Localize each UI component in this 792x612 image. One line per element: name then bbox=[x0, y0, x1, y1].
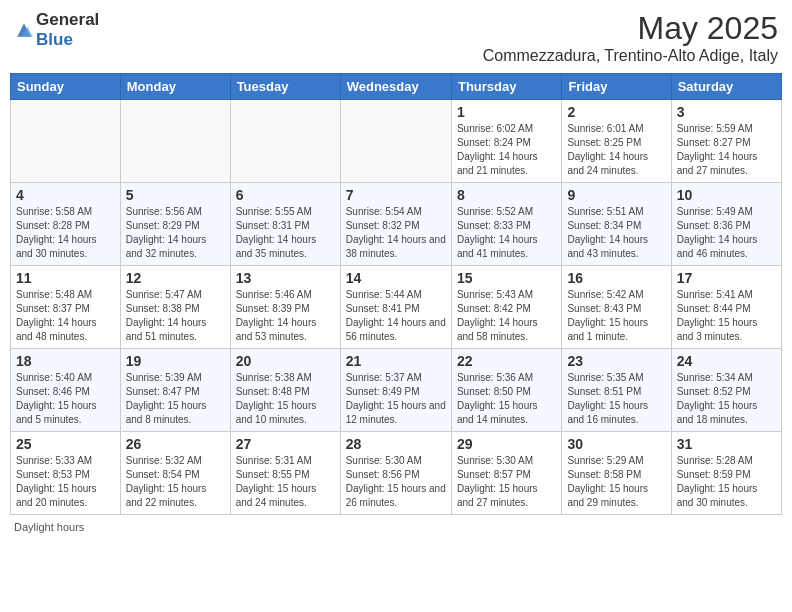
day-number: 19 bbox=[126, 353, 225, 369]
calendar-cell: 25Sunrise: 5:33 AM Sunset: 8:53 PM Dayli… bbox=[11, 432, 121, 515]
calendar-cell: 22Sunrise: 5:36 AM Sunset: 8:50 PM Dayli… bbox=[451, 349, 561, 432]
page-header: General Blue May 2025 Commezzadura, Tren… bbox=[10, 10, 782, 65]
calendar-cell: 2Sunrise: 6:01 AM Sunset: 8:25 PM Daylig… bbox=[562, 100, 671, 183]
day-info: Sunrise: 5:34 AM Sunset: 8:52 PM Dayligh… bbox=[677, 371, 776, 427]
day-info: Sunrise: 5:42 AM Sunset: 8:43 PM Dayligh… bbox=[567, 288, 665, 344]
day-number: 23 bbox=[567, 353, 665, 369]
calendar-cell: 30Sunrise: 5:29 AM Sunset: 8:58 PM Dayli… bbox=[562, 432, 671, 515]
day-number: 6 bbox=[236, 187, 335, 203]
calendar-cell: 17Sunrise: 5:41 AM Sunset: 8:44 PM Dayli… bbox=[671, 266, 781, 349]
day-number: 22 bbox=[457, 353, 556, 369]
day-info: Sunrise: 6:02 AM Sunset: 8:24 PM Dayligh… bbox=[457, 122, 556, 178]
day-number: 16 bbox=[567, 270, 665, 286]
day-number: 4 bbox=[16, 187, 115, 203]
logo-general: General bbox=[36, 10, 99, 29]
calendar-day-header: Friday bbox=[562, 74, 671, 100]
day-info: Sunrise: 5:36 AM Sunset: 8:50 PM Dayligh… bbox=[457, 371, 556, 427]
day-number: 18 bbox=[16, 353, 115, 369]
day-number: 20 bbox=[236, 353, 335, 369]
day-info: Sunrise: 5:52 AM Sunset: 8:33 PM Dayligh… bbox=[457, 205, 556, 261]
day-info: Sunrise: 5:30 AM Sunset: 8:57 PM Dayligh… bbox=[457, 454, 556, 510]
location: Commezzadura, Trentino-Alto Adige, Italy bbox=[483, 47, 778, 65]
calendar-cell: 19Sunrise: 5:39 AM Sunset: 8:47 PM Dayli… bbox=[120, 349, 230, 432]
calendar-cell: 3Sunrise: 5:59 AM Sunset: 8:27 PM Daylig… bbox=[671, 100, 781, 183]
day-info: Sunrise: 5:51 AM Sunset: 8:34 PM Dayligh… bbox=[567, 205, 665, 261]
day-number: 24 bbox=[677, 353, 776, 369]
day-info: Sunrise: 5:55 AM Sunset: 8:31 PM Dayligh… bbox=[236, 205, 335, 261]
calendar-cell: 14Sunrise: 5:44 AM Sunset: 8:41 PM Dayli… bbox=[340, 266, 451, 349]
calendar-day-header: Wednesday bbox=[340, 74, 451, 100]
calendar-cell: 5Sunrise: 5:56 AM Sunset: 8:29 PM Daylig… bbox=[120, 183, 230, 266]
footer: Daylight hours bbox=[10, 521, 782, 533]
calendar-day-header: Thursday bbox=[451, 74, 561, 100]
calendar-cell: 29Sunrise: 5:30 AM Sunset: 8:57 PM Dayli… bbox=[451, 432, 561, 515]
day-info: Sunrise: 5:33 AM Sunset: 8:53 PM Dayligh… bbox=[16, 454, 115, 510]
day-info: Sunrise: 6:01 AM Sunset: 8:25 PM Dayligh… bbox=[567, 122, 665, 178]
day-number: 12 bbox=[126, 270, 225, 286]
calendar-cell: 20Sunrise: 5:38 AM Sunset: 8:48 PM Dayli… bbox=[230, 349, 340, 432]
calendar-week-row: 18Sunrise: 5:40 AM Sunset: 8:46 PM Dayli… bbox=[11, 349, 782, 432]
day-number: 26 bbox=[126, 436, 225, 452]
calendar-cell: 1Sunrise: 6:02 AM Sunset: 8:24 PM Daylig… bbox=[451, 100, 561, 183]
day-info: Sunrise: 5:37 AM Sunset: 8:49 PM Dayligh… bbox=[346, 371, 446, 427]
day-number: 2 bbox=[567, 104, 665, 120]
calendar-cell: 16Sunrise: 5:42 AM Sunset: 8:43 PM Dayli… bbox=[562, 266, 671, 349]
day-number: 17 bbox=[677, 270, 776, 286]
logo-blue: Blue bbox=[36, 30, 73, 49]
calendar-cell: 12Sunrise: 5:47 AM Sunset: 8:38 PM Dayli… bbox=[120, 266, 230, 349]
calendar-cell: 6Sunrise: 5:55 AM Sunset: 8:31 PM Daylig… bbox=[230, 183, 340, 266]
day-info: Sunrise: 5:32 AM Sunset: 8:54 PM Dayligh… bbox=[126, 454, 225, 510]
day-number: 8 bbox=[457, 187, 556, 203]
day-info: Sunrise: 5:44 AM Sunset: 8:41 PM Dayligh… bbox=[346, 288, 446, 344]
day-number: 30 bbox=[567, 436, 665, 452]
day-number: 14 bbox=[346, 270, 446, 286]
calendar-cell: 8Sunrise: 5:52 AM Sunset: 8:33 PM Daylig… bbox=[451, 183, 561, 266]
day-info: Sunrise: 5:38 AM Sunset: 8:48 PM Dayligh… bbox=[236, 371, 335, 427]
daylight-label: Daylight hours bbox=[14, 521, 84, 533]
day-number: 25 bbox=[16, 436, 115, 452]
day-info: Sunrise: 5:59 AM Sunset: 8:27 PM Dayligh… bbox=[677, 122, 776, 178]
day-info: Sunrise: 5:28 AM Sunset: 8:59 PM Dayligh… bbox=[677, 454, 776, 510]
day-info: Sunrise: 5:39 AM Sunset: 8:47 PM Dayligh… bbox=[126, 371, 225, 427]
calendar-week-row: 1Sunrise: 6:02 AM Sunset: 8:24 PM Daylig… bbox=[11, 100, 782, 183]
calendar-week-row: 11Sunrise: 5:48 AM Sunset: 8:37 PM Dayli… bbox=[11, 266, 782, 349]
calendar-cell: 18Sunrise: 5:40 AM Sunset: 8:46 PM Dayli… bbox=[11, 349, 121, 432]
day-number: 13 bbox=[236, 270, 335, 286]
calendar-cell bbox=[11, 100, 121, 183]
logo-icon bbox=[14, 20, 34, 40]
calendar-cell: 21Sunrise: 5:37 AM Sunset: 8:49 PM Dayli… bbox=[340, 349, 451, 432]
day-info: Sunrise: 5:56 AM Sunset: 8:29 PM Dayligh… bbox=[126, 205, 225, 261]
day-info: Sunrise: 5:41 AM Sunset: 8:44 PM Dayligh… bbox=[677, 288, 776, 344]
calendar-cell: 31Sunrise: 5:28 AM Sunset: 8:59 PM Dayli… bbox=[671, 432, 781, 515]
calendar-cell: 26Sunrise: 5:32 AM Sunset: 8:54 PM Dayli… bbox=[120, 432, 230, 515]
calendar-cell: 28Sunrise: 5:30 AM Sunset: 8:56 PM Dayli… bbox=[340, 432, 451, 515]
calendar-cell bbox=[120, 100, 230, 183]
calendar-table: SundayMondayTuesdayWednesdayThursdayFrid… bbox=[10, 73, 782, 515]
day-info: Sunrise: 5:29 AM Sunset: 8:58 PM Dayligh… bbox=[567, 454, 665, 510]
calendar-day-header: Monday bbox=[120, 74, 230, 100]
calendar-cell: 15Sunrise: 5:43 AM Sunset: 8:42 PM Dayli… bbox=[451, 266, 561, 349]
day-number: 3 bbox=[677, 104, 776, 120]
day-number: 31 bbox=[677, 436, 776, 452]
title-block: May 2025 Commezzadura, Trentino-Alto Adi… bbox=[483, 10, 778, 65]
day-number: 28 bbox=[346, 436, 446, 452]
calendar-cell: 24Sunrise: 5:34 AM Sunset: 8:52 PM Dayli… bbox=[671, 349, 781, 432]
day-info: Sunrise: 5:49 AM Sunset: 8:36 PM Dayligh… bbox=[677, 205, 776, 261]
calendar-week-row: 4Sunrise: 5:58 AM Sunset: 8:28 PM Daylig… bbox=[11, 183, 782, 266]
day-number: 10 bbox=[677, 187, 776, 203]
calendar-week-row: 25Sunrise: 5:33 AM Sunset: 8:53 PM Dayli… bbox=[11, 432, 782, 515]
calendar-day-header: Saturday bbox=[671, 74, 781, 100]
day-info: Sunrise: 5:43 AM Sunset: 8:42 PM Dayligh… bbox=[457, 288, 556, 344]
calendar-cell: 11Sunrise: 5:48 AM Sunset: 8:37 PM Dayli… bbox=[11, 266, 121, 349]
calendar-cell: 27Sunrise: 5:31 AM Sunset: 8:55 PM Dayli… bbox=[230, 432, 340, 515]
month-year: May 2025 bbox=[483, 10, 778, 47]
calendar-day-header: Sunday bbox=[11, 74, 121, 100]
calendar-cell bbox=[340, 100, 451, 183]
calendar-day-header: Tuesday bbox=[230, 74, 340, 100]
calendar-cell: 23Sunrise: 5:35 AM Sunset: 8:51 PM Dayli… bbox=[562, 349, 671, 432]
day-number: 27 bbox=[236, 436, 335, 452]
calendar-cell: 4Sunrise: 5:58 AM Sunset: 8:28 PM Daylig… bbox=[11, 183, 121, 266]
day-info: Sunrise: 5:31 AM Sunset: 8:55 PM Dayligh… bbox=[236, 454, 335, 510]
calendar-header-row: SundayMondayTuesdayWednesdayThursdayFrid… bbox=[11, 74, 782, 100]
day-info: Sunrise: 5:54 AM Sunset: 8:32 PM Dayligh… bbox=[346, 205, 446, 261]
